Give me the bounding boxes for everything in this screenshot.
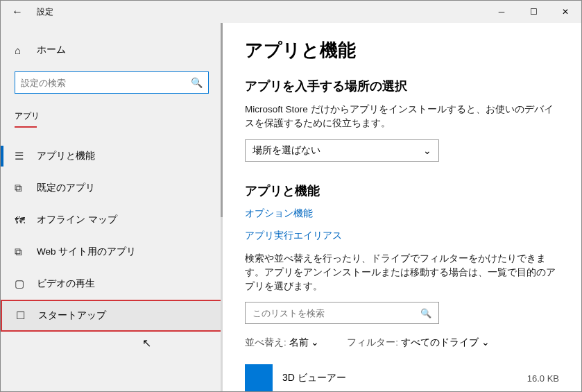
section-label: アプリ [15, 110, 209, 122]
main-panel: アプリと機能 アプリを入手する場所の選択 Microsoft Store だけか… [223, 23, 581, 391]
page-title: アプリと機能 [245, 38, 559, 62]
close-button[interactable]: ✕ [549, 1, 581, 23]
website-icon: ⧉ [15, 246, 27, 258]
app-list-search[interactable]: 🔍 [245, 302, 439, 324]
filter-label: フィルター: [347, 337, 398, 348]
minimize-button[interactable]: ─ [486, 1, 517, 23]
sidebar-item-website-apps[interactable]: ⧉ Web サイト用のアプリ [1, 236, 223, 268]
sidebar-item-label: ビデオの再生 [37, 278, 95, 290]
app-list-item[interactable]: 3D ビューアー 16.0 KB [245, 364, 559, 391]
search-icon: 🔍 [420, 308, 431, 318]
sidebar: ⌂ ホーム 🔍 アプリ ☰ アプリと機能 ⧉ 既定のアプリ 🗺 オフライン マッ… [1, 23, 223, 391]
window-title: 設定 [37, 6, 53, 18]
select-value: 場所を選ばない [253, 144, 320, 157]
home-label: ホーム [37, 44, 66, 56]
home-icon: ⌂ [15, 44, 27, 56]
sidebar-item-default-apps[interactable]: ⧉ 既定のアプリ [1, 172, 223, 204]
sidebar-item-startup[interactable]: ☐ スタートアップ [1, 300, 223, 332]
app-size: 16.0 KB [527, 373, 559, 384]
sidebar-item-apps-features[interactable]: ☰ アプリと機能 [1, 140, 223, 172]
sidebar-item-label: スタートアップ [38, 309, 106, 322]
defaults-icon: ⧉ [15, 182, 27, 194]
app-icon [245, 364, 273, 391]
app-execution-alias-link[interactable]: アプリ実行エイリアス [245, 230, 559, 242]
sort-select[interactable]: 名前 ⌄ [289, 337, 320, 348]
sidebar-item-label: オフライン マップ [37, 214, 117, 226]
section-heading-apps: アプリと機能 [245, 182, 559, 199]
sidebar-item-offline-maps[interactable]: 🗺 オフライン マップ [1, 204, 223, 236]
map-icon: 🗺 [15, 214, 27, 226]
app-list-search-input[interactable] [253, 308, 420, 318]
sort-label: 並べ替え: [245, 337, 286, 348]
search-icon: 🔍 [191, 77, 203, 88]
startup-icon: ☐ [16, 309, 28, 322]
app-name: 3D ビューアー [282, 372, 346, 384]
home-button[interactable]: ⌂ ホーム [1, 37, 223, 63]
optional-features-link[interactable]: オプション機能 [245, 207, 559, 220]
apps-description: 検索や並べ替えを行ったり、ドライブでフィルターをかけたりできます。アプリをアンイ… [245, 252, 559, 294]
maximize-button[interactable]: ☐ [517, 1, 549, 23]
list-icon: ☰ [15, 150, 27, 162]
section-heading-install-source: アプリを入手する場所の選択 [245, 78, 559, 94]
sidebar-item-video-playback[interactable]: ▢ ビデオの再生 [1, 268, 223, 300]
install-source-description: Microsoft Store だけからアプリをインストールすると、お使いのデバ… [245, 103, 559, 131]
settings-search-input[interactable] [21, 78, 191, 88]
sidebar-item-label: 既定のアプリ [37, 182, 95, 194]
sidebar-item-label: アプリと機能 [37, 150, 95, 162]
video-icon: ▢ [15, 278, 27, 290]
sidebar-item-label: Web サイト用のアプリ [37, 246, 136, 258]
filter-select[interactable]: すべてのドライブ ⌄ [401, 337, 490, 348]
install-source-select[interactable]: 場所を選ばない ⌄ [245, 139, 439, 162]
chevron-down-icon: ⌄ [423, 145, 431, 156]
back-button[interactable]: ← [1, 6, 34, 18]
settings-search[interactable]: 🔍 [15, 71, 209, 94]
section-underline [15, 126, 37, 128]
